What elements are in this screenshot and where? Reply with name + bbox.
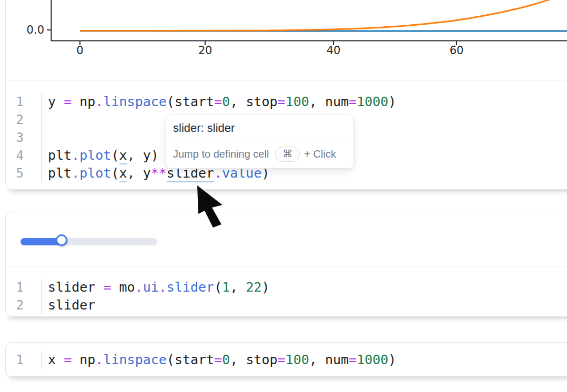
- command-key-badge: ⌘: [275, 147, 300, 162]
- line-number: 1: [6, 278, 42, 296]
- code-line[interactable]: 1y = np.linspace(start=0, stop=100, num=…: [6, 93, 567, 111]
- cell-x-definition: 1x = np.linspace(start=0, stop=100, num=…: [5, 342, 567, 377]
- line-number: 2: [6, 296, 42, 314]
- code-text: x = np.linspace(start=0, stop=100, num=1…: [48, 351, 396, 369]
- cell-output-plot-spacer: [6, 0, 567, 80]
- code-text: plt.plot(x, y): [48, 147, 159, 164]
- code-line[interactable]: 1x = np.linspace(start=0, stop=100, num=…: [6, 351, 567, 369]
- line-number: 2: [6, 111, 42, 129]
- tooltip-action-label: Jump to defining cell: [173, 148, 269, 160]
- cell-slider: 1slider = mo.ui.slider(1, 22)2slider: [5, 212, 567, 317]
- slider-handle[interactable]: [56, 234, 67, 246]
- slider-output-area: [6, 212, 567, 266]
- line-number: 4: [6, 147, 42, 164]
- tooltip-title: slider: slider: [166, 115, 353, 141]
- tooltip-action-row: Jump to defining cell ⌘ + Click: [166, 141, 353, 168]
- notebook-stage: 1y = np.linspace(start=0, stop=100, num=…: [0, 0, 567, 392]
- slider-widget[interactable]: [21, 238, 157, 245]
- code-editor-x-cell[interactable]: 1x = np.linspace(start=0, stop=100, num=…: [6, 343, 567, 377]
- line-number: 5: [6, 164, 42, 182]
- reactive-variable-x[interactable]: x: [119, 166, 127, 182]
- code-text: slider: [48, 296, 95, 314]
- code-editor-slider-cell[interactable]: 1slider = mo.ui.slider(1, 22)2slider: [6, 266, 567, 318]
- code-text: slider = mo.ui.slider(1, 22): [48, 278, 270, 296]
- tooltip-click-suffix: + Click: [304, 148, 336, 160]
- code-line[interactable]: 1slider = mo.ui.slider(1, 22): [6, 278, 567, 296]
- code-text: y = np.linspace(start=0, stop=100, num=1…: [48, 93, 396, 111]
- variable-hover-tooltip: slider: slider Jump to defining cell ⌘ +…: [166, 115, 354, 169]
- reactive-variable-x[interactable]: x: [119, 148, 127, 164]
- line-number: 1: [6, 351, 42, 369]
- code-line[interactable]: 2slider: [6, 296, 567, 314]
- line-number: 3: [6, 129, 42, 147]
- line-number: 1: [6, 93, 42, 111]
